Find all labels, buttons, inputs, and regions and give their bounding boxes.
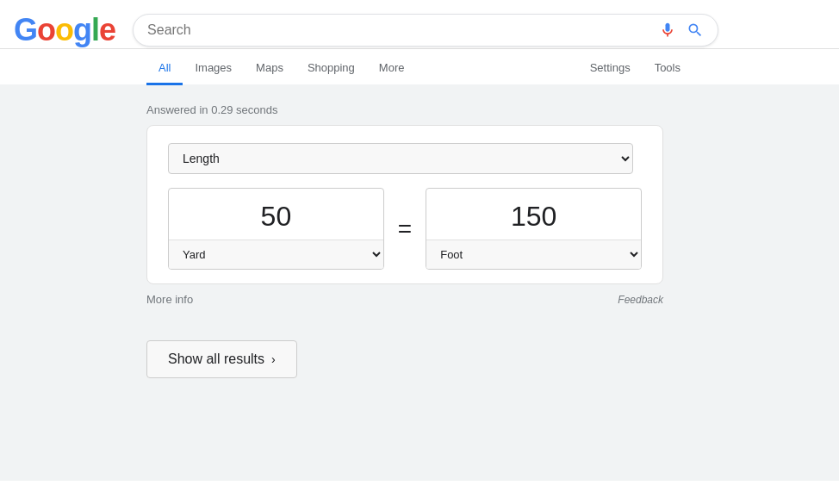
show-all-button[interactable]: Show all results › — [146, 340, 297, 378]
page-wrapper: Google 50 yards in feet All Images Maps … — [0, 0, 839, 504]
equals-sign: = — [398, 215, 412, 243]
unit-type-select[interactable]: Length Area Volume Mass Temperature Time — [168, 143, 633, 174]
logo-letter-e: e — [99, 12, 115, 48]
input-value: 50 — [169, 189, 383, 240]
tab-all[interactable]: All — [146, 53, 183, 85]
answered-in-text: Answered in 0.29 seconds — [146, 93, 693, 125]
google-logo[interactable]: Google — [14, 12, 115, 48]
nav-tabs: All Images Maps Shopping More Settings T… — [0, 53, 839, 84]
mic-icon[interactable] — [659, 22, 676, 39]
search-input[interactable]: 50 yards in feet — [147, 22, 659, 38]
tab-shopping[interactable]: Shopping — [295, 53, 367, 85]
logo-letter-l: l — [91, 12, 99, 48]
tab-images[interactable]: Images — [183, 53, 244, 85]
input-field: 50 Yard Meter Foot Inch Mile Kilometer — [168, 188, 384, 270]
card-footer: More info Feedback — [146, 293, 663, 306]
search-icon-group — [659, 22, 704, 39]
main-content: Answered in 0.29 seconds Length Area Vol… — [0, 84, 839, 481]
header: Google 50 yards in feet — [0, 0, 839, 49]
logo-letter-o2: o — [55, 12, 73, 48]
show-all-label: Show all results — [168, 352, 264, 367]
output-field: 150 Foot Yard Meter Inch Mile Kilometer — [426, 188, 642, 270]
search-icon[interactable] — [687, 22, 704, 39]
logo-letter-o1: o — [37, 12, 55, 48]
show-all-container: Show all results › — [146, 340, 663, 378]
tab-more[interactable]: More — [367, 53, 417, 85]
converter-row: 50 Yard Meter Foot Inch Mile Kilometer =… — [168, 188, 642, 270]
search-bar: 50 yards in feet — [133, 14, 718, 47]
more-info-link[interactable]: More info — [146, 293, 193, 306]
nav-right: Settings Tools — [578, 53, 693, 84]
tab-maps[interactable]: Maps — [244, 53, 295, 85]
logo-letter-g2: g — [73, 12, 91, 48]
tab-settings[interactable]: Settings — [578, 53, 643, 85]
tab-tools[interactable]: Tools — [643, 53, 693, 85]
logo-letter-g: G — [14, 12, 37, 48]
feedback-link[interactable]: Feedback — [618, 294, 663, 306]
output-unit-select[interactable]: Foot Yard Meter Inch Mile Kilometer — [426, 240, 641, 269]
chevron-right-icon: › — [271, 352, 276, 366]
output-value: 150 — [426, 189, 641, 240]
converter-card: Length Area Volume Mass Temperature Time… — [146, 125, 663, 284]
input-unit-select[interactable]: Yard Meter Foot Inch Mile Kilometer — [169, 240, 383, 269]
